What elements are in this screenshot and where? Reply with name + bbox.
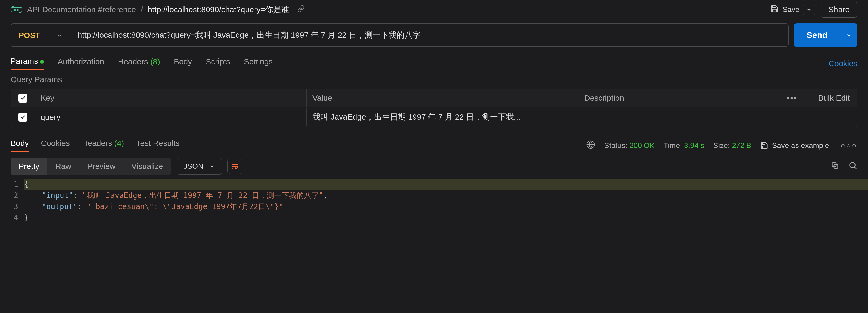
tab-params[interactable]: Params — [11, 57, 44, 70]
tab-settings[interactable]: Settings — [244, 57, 273, 70]
table-row: query 我叫 JavaEdge，出生日期 1997 年 7 月 22 日，测… — [11, 107, 857, 127]
time-label: Time: 3.94 s — [663, 141, 704, 150]
save-button[interactable]: Save — [782, 5, 800, 14]
resp-tab-body[interactable]: Body — [11, 139, 29, 152]
breadcrumb-endpoint[interactable]: http://localhost:8090/chat?query=你是谁 — [148, 4, 289, 15]
checkbox-icon — [18, 113, 27, 122]
http-badge-icon: HTTP — [11, 6, 22, 13]
resp-tab-headers[interactable]: Headers (4) — [82, 139, 124, 152]
svg-line-6 — [855, 167, 856, 169]
view-raw[interactable]: Raw — [47, 158, 79, 175]
col-key: Key — [35, 89, 307, 107]
col-more-icon[interactable]: ••• — [780, 89, 804, 107]
query-params-title: Query Params — [0, 70, 868, 89]
globe-icon[interactable] — [586, 140, 595, 151]
http-method-label: POST — [19, 31, 40, 40]
resp-tab-cookies[interactable]: Cookies — [41, 139, 69, 152]
header-checkbox-cell[interactable] — [11, 89, 35, 107]
http-method-select[interactable]: POST — [11, 24, 70, 47]
checkbox-icon — [18, 93, 27, 103]
row-checkbox[interactable] — [11, 108, 35, 126]
view-preview[interactable]: Preview — [79, 158, 123, 175]
query-params-table: Key Value Description ••• Bulk Edit quer… — [11, 89, 857, 127]
save-icon[interactable] — [770, 4, 779, 15]
svg-text:HTTP: HTTP — [13, 8, 21, 11]
save-options-dropdown[interactable] — [803, 4, 815, 16]
chevron-down-icon — [209, 163, 215, 169]
breadcrumb-separator: / — [141, 5, 143, 14]
bulk-edit-button[interactable]: Bulk Edit — [804, 89, 857, 107]
share-button[interactable]: Share — [821, 2, 857, 18]
send-button[interactable]: Send — [794, 23, 840, 47]
params-dirty-dot — [40, 60, 44, 63]
wrap-lines-button[interactable] — [227, 159, 242, 174]
tab-body[interactable]: Body — [174, 57, 192, 70]
param-desc-cell[interactable] — [579, 113, 780, 121]
size-label: Size: 272 B — [713, 141, 751, 150]
url-input[interactable]: http://localhost:8090/chat?query=我叫 Java… — [70, 24, 788, 47]
col-description: Description — [579, 89, 780, 107]
cookies-link[interactable]: Cookies — [829, 59, 857, 68]
format-select[interactable]: JSON — [177, 158, 222, 175]
line-number-gutter: 1234 — [0, 179, 24, 224]
status-label: Status: 200 OK — [604, 141, 655, 150]
tab-headers[interactable]: Headers (8) — [118, 57, 160, 70]
svg-point-5 — [850, 162, 855, 168]
tab-authorization[interactable]: Authorization — [58, 57, 104, 70]
response-more-icon[interactable]: ○○○ — [841, 141, 857, 150]
copy-icon[interactable] — [831, 161, 839, 172]
col-value: Value — [307, 89, 579, 107]
send-options-dropdown[interactable] — [840, 23, 857, 47]
view-pretty[interactable]: Pretty — [11, 158, 47, 175]
view-visualize[interactable]: Visualize — [123, 158, 171, 175]
chevron-down-icon — [56, 32, 63, 38]
param-key-cell[interactable]: query — [35, 108, 307, 126]
resp-tab-test-results[interactable]: Test Results — [136, 139, 180, 152]
tab-scripts[interactable]: Scripts — [206, 57, 230, 70]
param-value-cell[interactable]: 我叫 JavaEdge，出生日期 1997 年 7 月 22 日，测一下我... — [307, 107, 579, 127]
save-as-example-button[interactable]: Save as example — [760, 141, 829, 150]
breadcrumb-reference[interactable]: API Documentation #reference — [27, 5, 136, 14]
copy-link-icon[interactable] — [297, 5, 305, 15]
save-icon — [760, 142, 768, 150]
search-icon[interactable] — [848, 161, 857, 172]
response-body-code[interactable]: 1234 { "input": "我叫 JavaEdge，出生日期 1997 年… — [0, 179, 868, 229]
